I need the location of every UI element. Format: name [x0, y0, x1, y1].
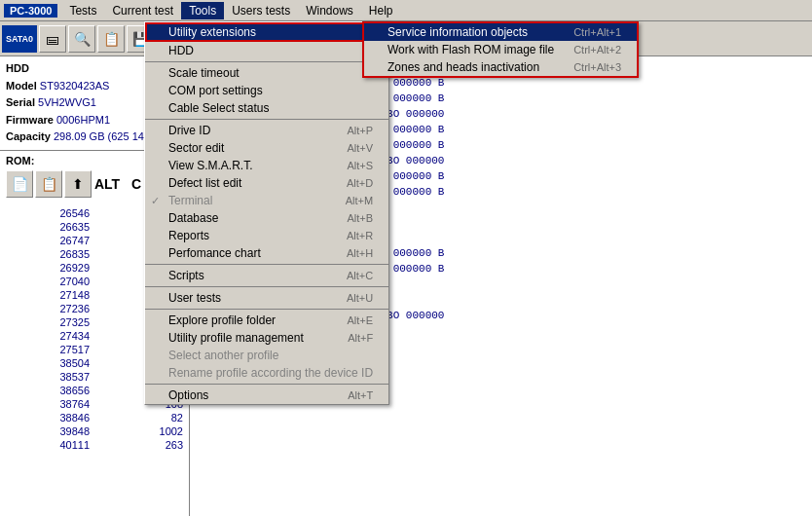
menu-item-label: Utility extensions	[168, 25, 256, 39]
menu-item-database[interactable]: DatabaseAlt+B	[145, 209, 388, 227]
toolbar-btn-3[interactable]: 📋	[97, 25, 125, 53]
menu-item-shortcut: Alt+B	[348, 212, 374, 224]
submenu-item-shortcut: Ctrl+Alt+3	[573, 61, 621, 73]
menu-item-shortcut: Alt+U	[347, 292, 373, 304]
menu-tools[interactable]: Tools	[181, 2, 224, 19]
menu-item-shortcut: Alt+F	[348, 332, 373, 344]
menu-bar: PC-3000 Tests Current test Tools Users t…	[0, 0, 812, 21]
submenu-item-shortcut: Ctrl+Alt+2	[573, 44, 621, 55]
main-area: SATA0 🖴 🔍 📋 💾 HDD Model ST9320423AS Seri…	[0, 21, 812, 516]
menu-item-label: Defect list edit	[168, 176, 241, 190]
menu-item-sector-edit[interactable]: Sector editAlt+V	[145, 139, 388, 157]
menu-item-defect-list[interactable]: Defect list editAlt+D	[145, 174, 388, 192]
menu-item-label: Select another profile	[168, 349, 278, 362]
menu-item-shortcut: Alt+R	[347, 230, 373, 241]
menu-item-label: Explore profile folder	[168, 313, 276, 327]
menu-item-perf-chart[interactable]: Perfomance chartAlt+H	[145, 244, 388, 262]
toolbar-btn-1[interactable]: 🖴	[39, 25, 66, 53]
menu-current-test[interactable]: Current test	[104, 2, 181, 19]
menu-item-user-tests[interactable]: User testsAlt+U	[145, 289, 388, 307]
menu-item-shortcut: Alt+V	[348, 142, 374, 154]
menu-separator	[145, 384, 388, 385]
menu-item-label: Perfomance chart	[168, 246, 261, 260]
menu-item-shortcut: Alt+C	[347, 270, 373, 281]
menu-tests[interactable]: Tests	[61, 2, 104, 19]
app-logo: PC-3000	[4, 4, 57, 18]
toolbar-btn-2[interactable]: 🔍	[68, 25, 95, 53]
menu-item-drive-id[interactable]: Drive IDAlt+P	[145, 122, 388, 139]
tools-dropdown: Utility extensions▶HDD▶Scale timeoutCOM …	[144, 21, 389, 405]
menu-item-options[interactable]: OptionsAlt+T	[145, 387, 388, 404]
menu-item-label: HDD	[168, 44, 194, 57]
menu-separator	[145, 264, 388, 265]
menu-item-label: COM port settings	[168, 84, 263, 97]
menu-item-utility-ext[interactable]: Utility extensions▶	[145, 22, 388, 42]
submenu-item-label: Zones and heads inactivation	[388, 60, 539, 74]
menu-item-label: Terminal	[168, 194, 212, 207]
menu-item-shortcut: Alt+D	[347, 177, 373, 189]
menu-item-select-profile: Select another profile	[145, 347, 388, 364]
menu-item-label: Reports	[168, 229, 209, 242]
menu-item-label: Rename profile according the device ID	[168, 366, 373, 380]
menu-item-label: User tests	[168, 291, 221, 305]
menu-item-label: Database	[168, 211, 218, 225]
menu-item-scripts[interactable]: ScriptsAlt+C	[145, 267, 388, 284]
menu-separator	[145, 286, 388, 287]
menu-item-scale-timeout[interactable]: Scale timeout	[145, 64, 388, 82]
menu-item-smart[interactable]: View S.M.A.R.T.Alt+S	[145, 157, 388, 174]
rom-btn-1[interactable]: 📄	[6, 170, 33, 198]
submenu-item-label: Work with Flash ROM image file	[388, 43, 554, 56]
submenu-item-flash-rom[interactable]: Work with Flash ROM image fileCtrl+Alt+2	[364, 41, 637, 58]
menu-item-utility-profile-mgmt[interactable]: Utility profile managementAlt+F	[145, 329, 388, 347]
utility-submenu-container: Service information objectsCtrl+Alt+1Wor…	[362, 21, 639, 78]
menu-item-rename-profile: Rename profile according the device ID	[145, 364, 388, 382]
menu-item-cable-select[interactable]: Cable Select status	[145, 99, 388, 117]
menu-item-label: Utility profile management	[168, 331, 304, 345]
menu-item-label: Scale timeout	[168, 66, 240, 80]
menu-item-label: Options	[168, 388, 208, 402]
menu-item-shortcut: Alt+H	[347, 247, 373, 259]
menu-item-com-port[interactable]: COM port settings	[145, 82, 388, 99]
submenu-item-zones-heads[interactable]: Zones and heads inactivationCtrl+Alt+3	[364, 58, 637, 76]
rom-alt-label: ALT	[93, 170, 121, 198]
menu-separator	[145, 119, 388, 120]
table-row: 3884682	[2, 412, 187, 424]
rom-btn-3[interactable]: ⬆	[64, 170, 92, 198]
submenu-item-shortcut: Ctrl+Alt+1	[573, 26, 621, 38]
menu-item-explore-profile[interactable]: Explore profile folderAlt+E	[145, 312, 388, 329]
menu-windows[interactable]: Windows	[298, 2, 361, 19]
menu-item-shortcut: Alt+T	[348, 389, 373, 401]
menu-item-label: View S.M.A.R.T.	[168, 159, 252, 172]
menu-users-tests[interactable]: Users tests	[224, 2, 298, 19]
menu-item-terminal: TerminalAlt+M	[145, 192, 388, 209]
menu-item-label: Scripts	[168, 269, 204, 282]
menu-item-label: Drive ID	[168, 124, 210, 137]
submenu-item-service-info[interactable]: Service information objectsCtrl+Alt+1	[364, 23, 637, 41]
menu-item-shortcut: Alt+M	[346, 195, 373, 206]
menu-item-label: Sector edit	[168, 141, 224, 155]
menu-item-label: Cable Select status	[168, 101, 269, 115]
menu-item-hdd[interactable]: HDD▶	[145, 42, 388, 59]
menu-item-reports[interactable]: ReportsAlt+R	[145, 227, 388, 244]
sata-icon: SATA0	[2, 25, 37, 53]
menu-separator	[145, 309, 388, 310]
menu-item-shortcut: Alt+P	[348, 125, 374, 136]
utility-submenu-popup: Service information objectsCtrl+Alt+1Wor…	[362, 21, 639, 78]
rom-btn-2[interactable]: 📋	[35, 170, 62, 198]
menu-separator	[145, 61, 388, 62]
menu-help[interactable]: Help	[361, 2, 401, 19]
submenu-item-label: Service information objects	[388, 25, 528, 39]
table-row: 40111263	[2, 439, 187, 451]
menu-item-shortcut: Alt+E	[348, 314, 374, 326]
tools-menu-popup: Utility extensions▶HDD▶Scale timeoutCOM …	[144, 21, 389, 405]
table-row: 398481002	[2, 425, 187, 437]
menu-item-shortcut: Alt+S	[348, 160, 374, 171]
